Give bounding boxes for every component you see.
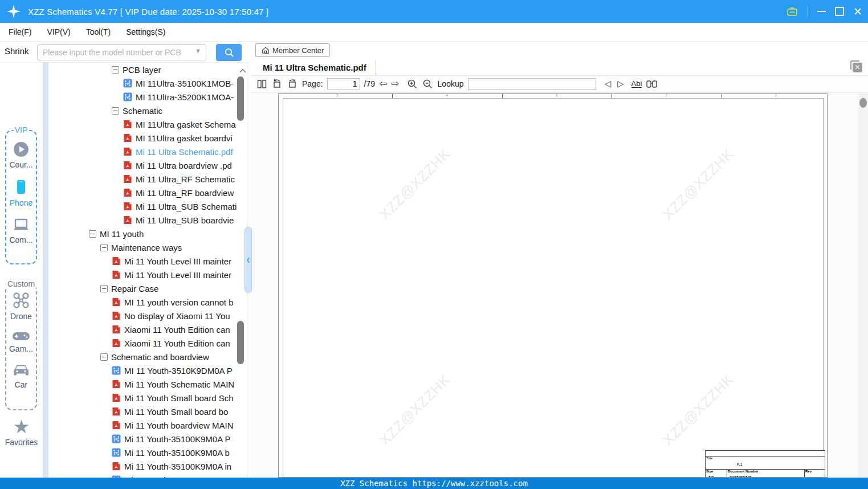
tab-mi11-ultra-schematic[interactable]: Mi 11 Ultra Schematic.pdf	[263, 63, 366, 72]
lookup-label: Lookup	[438, 79, 464, 88]
pdf-file-icon	[123, 133, 132, 142]
tree-item[interactable]: Xiaomi 11 Youth Edition can	[48, 336, 247, 350]
menu-tool[interactable]: Tool(T)	[86, 27, 111, 36]
tree-item[interactable]: Mi 11 Youth Level III mainter	[48, 254, 247, 268]
menu-file[interactable]: File(F)	[9, 27, 31, 36]
tree-item[interactable]: Mi 11 Ultra_SUB Schemati	[48, 199, 247, 213]
ruler-tick	[278, 177, 279, 178]
next-page-icon[interactable]: ⇨	[391, 78, 399, 89]
tree-item[interactable]: Mi 11 Youth Level III mainter	[48, 268, 247, 282]
sidebar-item-favorites[interactable]: ★ Favorites	[0, 417, 43, 447]
ruler-number: 4	[446, 93, 448, 97]
tree-folder[interactable]: Schematic and boardview	[48, 350, 247, 364]
collapse-minus-icon[interactable]	[100, 285, 108, 292]
titleblock-title-value: K1	[737, 462, 743, 467]
tree-item[interactable]: Xiaomi 11 Youth Edition can	[48, 323, 247, 336]
tree-folder[interactable]: MI 11 youth	[48, 227, 247, 241]
collapse-minus-icon[interactable]	[112, 66, 119, 74]
rotate-right-icon[interactable]	[287, 78, 298, 89]
tree-item-label: Mi 11 Youth Small board bo	[124, 407, 228, 417]
viewer-scrollbar[interactable]	[858, 93, 868, 478]
favorites-icon: ★	[13, 417, 30, 437]
member-center-button[interactable]: Member Center	[255, 43, 330, 57]
sidebar-item-computer[interactable]: Com...	[9, 218, 32, 244]
tree-item[interactable]: Mi 11 Youth-35100K9M0A P	[48, 432, 247, 446]
tree-item-label: Mi 11 Youth-35100K9M0A P	[124, 434, 231, 444]
close-button[interactable]: ✕	[853, 6, 862, 17]
tree-item[interactable]: Mi 11 Ultra_RF boardview	[48, 186, 247, 199]
page-number-input[interactable]	[327, 78, 360, 89]
zoom-in-icon[interactable]	[407, 78, 418, 89]
sidebar-item-phone[interactable]: Phone	[10, 180, 32, 207]
ruler-number: 3	[556, 93, 557, 97]
titleblock-doc-label: Document Number	[728, 470, 759, 473]
collapse-minus-icon[interactable]	[100, 244, 108, 251]
tree-item[interactable]: MI 11 Youth-3510K9DM0A P	[48, 364, 247, 377]
close-tab-icon[interactable]: ✕	[853, 63, 862, 72]
tree-item[interactable]: Mi 11 Youth boardview MAIN	[48, 418, 247, 432]
pdf-file-icon	[112, 339, 121, 348]
tree-scroll-thumb[interactable]	[237, 321, 244, 364]
tree-scroll-up-icon[interactable]	[239, 65, 246, 75]
tree-item-label: Mi 11 Ultra Schematic.pdf	[136, 147, 233, 157]
pdf-file-icon	[112, 256, 121, 266]
pdf-file-icon	[112, 325, 121, 334]
minimize-button[interactable]	[817, 11, 826, 12]
collapse-panel-handle[interactable]: ❮	[244, 227, 252, 293]
tree-scroll-thumb[interactable]	[237, 76, 244, 121]
menu-vip[interactable]: VIP(V)	[47, 27, 70, 36]
chevron-down-icon[interactable]: ▼	[195, 47, 201, 54]
sidebar-item-game[interactable]: Gam...	[9, 331, 33, 353]
tree-item[interactable]: Mi 11 Ultra Schematic.pdf	[48, 145, 247, 158]
tree-item[interactable]: MI 11Ultra gasket boardvi	[48, 131, 247, 145]
tree-item[interactable]: MI 11Ultra-35100K1MOB-	[48, 76, 247, 90]
tree-item[interactable]: Mi 11 Youth Small board bo	[48, 405, 247, 418]
tree-item[interactable]: Mi 11 Youth Schematic MAIN	[48, 377, 247, 391]
pdf-file-icon	[112, 311, 121, 320]
tree-folder[interactable]: PCB layer	[48, 63, 247, 76]
zoom-out-icon[interactable]	[422, 78, 434, 89]
tree-item[interactable]: MI 11Ultra gasket Schema	[48, 117, 247, 131]
tree-item[interactable]: Mi 11 Youth-35100K9M0A b	[48, 446, 247, 459]
pdf-page[interactable]: 54321 XZZ@XZZHK XZZ@XZZHK XZZ@XZZHK XZZ@…	[278, 93, 828, 478]
match-case-icon[interactable]: Abi	[631, 80, 642, 88]
sidebar-item-label: Gam...	[9, 344, 33, 353]
tree-folder[interactable]: Schematic	[48, 104, 247, 117]
sidebar-item-label: Com...	[9, 235, 32, 244]
find-previous-icon[interactable]: ◁	[605, 79, 612, 89]
lookup-input[interactable]	[468, 78, 596, 90]
tree-item[interactable]: Mi 11 Ultra_RF Schematic	[48, 172, 247, 186]
tree-item[interactable]: MI 11 youth version cannot b	[48, 295, 247, 309]
tree-item[interactable]: Mi 11 Youth Small board Sch	[48, 391, 247, 405]
find-next-icon[interactable]: ▷	[617, 79, 624, 89]
previous-page-icon[interactable]: ⇦	[379, 78, 387, 89]
tree-item[interactable]: Mi 11 Ultra_SUB boardvie	[48, 213, 247, 227]
model-search-input[interactable]	[37, 44, 206, 60]
tree-item[interactable]: No display of Xiaomi 11 You	[48, 309, 247, 323]
binoculars-icon[interactable]	[646, 78, 657, 89]
search-button[interactable]	[216, 44, 242, 61]
tree-item[interactable]: Mi 11 Ultra boardview .pd	[48, 158, 247, 172]
viewer-scroll-thumb[interactable]	[859, 98, 867, 108]
two-page-view-icon[interactable]	[256, 78, 267, 89]
tree-folder[interactable]: Repair Case	[48, 282, 247, 295]
maximize-button[interactable]	[835, 7, 844, 16]
shrink-button[interactable]: Shrink	[2, 44, 31, 58]
collapse-minus-icon[interactable]	[89, 230, 96, 238]
ruler-tick	[612, 94, 612, 98]
tree-item-label: Mi 11 Ultra_SUB boardvie	[136, 215, 234, 225]
tree-item[interactable]: MI 11Ultra-35200K1MOA-	[48, 90, 247, 104]
tree-item[interactable]: Mi 11 Youth-35100K9M0A in	[48, 459, 247, 473]
tree-folder[interactable]: Maintenance ways	[48, 241, 247, 254]
pdf-file-icon	[123, 202, 132, 211]
menu-settings[interactable]: Settings(S)	[126, 27, 165, 36]
collapse-minus-icon[interactable]	[112, 107, 119, 115]
sidebar-item-course[interactable]: Cour...	[9, 141, 32, 169]
sidebar-item-drone[interactable]: Drone	[10, 292, 32, 321]
sidebar-item-car[interactable]: Car	[12, 364, 30, 389]
collapse-minus-icon[interactable]	[100, 353, 108, 361]
rotate-left-icon[interactable]	[271, 78, 283, 89]
car-icon	[12, 364, 30, 377]
license-briefcase-icon[interactable]	[786, 5, 798, 18]
tree-item[interactable]: Mi 11 Youth-35100K9M0A	[48, 473, 247, 478]
